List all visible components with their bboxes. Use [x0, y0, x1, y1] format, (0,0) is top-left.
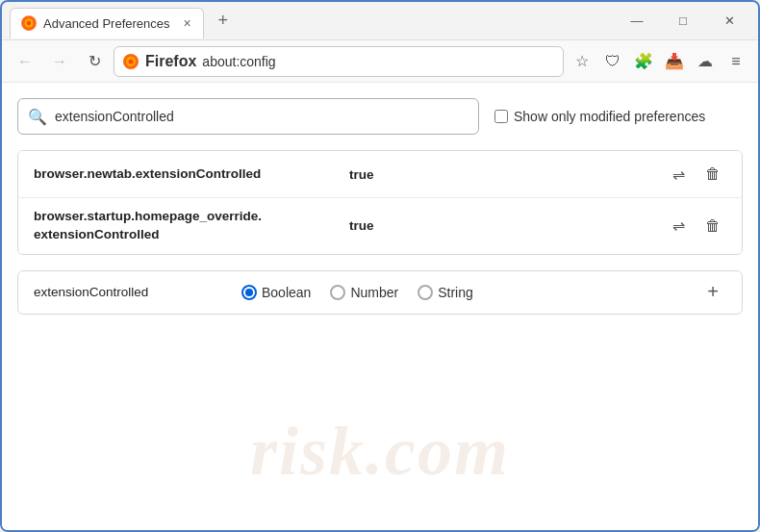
- svg-point-5: [129, 59, 134, 63]
- show-modified-label: Show only modified preferences: [514, 109, 705, 124]
- search-icon: 🔍: [28, 108, 47, 126]
- back-button[interactable]: ←: [10, 46, 40, 77]
- type-number-label: Number: [350, 285, 398, 300]
- window-controls: — □ ✕: [616, 6, 750, 37]
- new-pref-name: extensionControlled: [34, 285, 226, 299]
- extensions-button[interactable]: 🧩: [629, 47, 658, 76]
- firefox-tab-icon: [20, 14, 38, 32]
- type-boolean-option[interactable]: Boolean: [241, 285, 311, 300]
- menu-button[interactable]: ≡: [722, 47, 750, 76]
- show-modified-row: Show only modified preferences: [494, 109, 705, 124]
- delete-button-1[interactable]: 🗑: [699, 161, 726, 188]
- type-string-radio[interactable]: [418, 285, 433, 300]
- nav-bar: ← → ↻ Firefox about:config ☆ 🛡 🧩 📥 ☁ ≡: [2, 40, 758, 83]
- type-number-option[interactable]: Number: [330, 285, 398, 300]
- minimize-button[interactable]: —: [616, 6, 658, 37]
- new-tab-button[interactable]: +: [210, 8, 237, 35]
- tab-title: Advanced Preferences: [43, 16, 170, 31]
- type-string-label: String: [438, 285, 473, 300]
- table-row: browser.newtab.extensionControlled true …: [18, 151, 742, 198]
- watermark: risk.com: [250, 412, 510, 492]
- refresh-button[interactable]: ↻: [79, 46, 110, 77]
- type-boolean-radio[interactable]: [241, 285, 257, 300]
- search-input[interactable]: [55, 109, 469, 124]
- type-boolean-label: Boolean: [262, 285, 311, 300]
- type-string-option[interactable]: String: [418, 285, 473, 300]
- row-actions-1: ⇌ 🗑: [665, 161, 726, 188]
- shield-button[interactable]: 🛡: [598, 47, 627, 76]
- show-modified-checkbox[interactable]: [494, 110, 508, 123]
- table-row: browser.startup.homepage_override. exten…: [18, 198, 742, 254]
- address-bar[interactable]: Firefox about:config: [114, 46, 564, 77]
- firefox-address-icon: [122, 53, 139, 70]
- pref-value-2: true: [349, 218, 657, 233]
- delete-button-2[interactable]: 🗑: [699, 213, 726, 240]
- type-number-radio[interactable]: [330, 285, 345, 300]
- row-actions-2: ⇌ 🗑: [665, 213, 726, 240]
- results-table: browser.newtab.extensionControlled true …: [17, 150, 743, 255]
- bookmark-button[interactable]: ☆: [568, 47, 596, 76]
- address-firefox-label: Firefox: [145, 53, 196, 70]
- new-preference-row: extensionControlled Boolean Number Strin…: [17, 270, 743, 315]
- pref-value-1: true: [349, 167, 657, 182]
- forward-button[interactable]: →: [44, 46, 75, 77]
- address-url: about:config: [202, 54, 555, 69]
- account-button[interactable]: ☁: [691, 47, 720, 76]
- swap-button-2[interactable]: ⇌: [665, 213, 692, 240]
- nav-icons: ☆ 🛡 🧩 📥 ☁ ≡: [568, 47, 750, 76]
- browser-content: 🔍 Show only modified preferences browser…: [2, 83, 758, 530]
- pocket-button[interactable]: 📥: [660, 47, 689, 76]
- swap-button-1[interactable]: ⇌: [665, 161, 692, 188]
- close-window-button[interactable]: ✕: [708, 6, 750, 37]
- title-bar: Advanced Preferences × + — □ ✕: [2, 2, 758, 40]
- tab-strip: Advanced Preferences × +: [10, 2, 616, 39]
- pref-name-1: browser.newtab.extensionControlled: [34, 165, 342, 184]
- tab-close-button[interactable]: ×: [182, 14, 193, 32]
- add-preference-button[interactable]: +: [699, 279, 726, 306]
- active-tab[interactable]: Advanced Preferences ×: [10, 8, 204, 38]
- svg-point-2: [27, 21, 32, 26]
- search-row: 🔍 Show only modified preferences: [17, 98, 743, 135]
- type-options: Boolean Number String: [241, 285, 684, 300]
- search-box[interactable]: 🔍: [17, 98, 479, 135]
- maximize-button[interactable]: □: [662, 6, 704, 37]
- pref-name-2: browser.startup.homepage_override. exten…: [34, 208, 342, 244]
